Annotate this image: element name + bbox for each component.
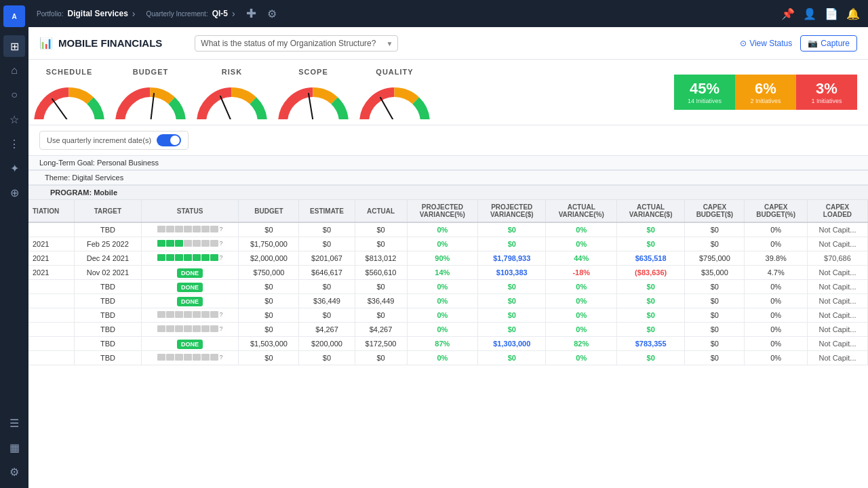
page-title: MOBILE FINANCIALS xyxy=(58,37,162,49)
sidebar-icon-grid[interactable]: ⊞ xyxy=(3,35,25,57)
cell-pv-dollar: $0 xyxy=(478,323,546,337)
add-icon[interactable]: ✚ xyxy=(246,6,256,21)
cell-status: ? xyxy=(141,323,239,337)
sidebar-icon-file[interactable]: ☰ xyxy=(3,412,25,434)
gauge-schedule-visual xyxy=(32,79,106,119)
cell-pv-pct: 87% xyxy=(407,337,478,351)
gauge-quality-label: QUALITY xyxy=(376,68,413,76)
table-row: 2021 Nov 02 2021 DONE $750,000 $646,617 … xyxy=(28,266,868,280)
sidebar-icon-chart[interactable]: ⋮ xyxy=(3,133,25,155)
stat-green-sub: 14 Initiatives xyxy=(688,98,722,104)
sidebar-icon-bar-chart[interactable]: ▦ xyxy=(3,436,25,458)
cell-av-pct: 0% xyxy=(546,280,617,294)
cell-pv-dollar: $0 xyxy=(478,222,546,237)
table-row: TBD ? $0 $0 $0 0% $0 0% $0 $0 0% Not Cap… xyxy=(28,222,868,237)
cell-pv-pct: 0% xyxy=(407,294,478,308)
cell-pv-dollar: $0 xyxy=(478,280,546,294)
cell-estimate: $0 xyxy=(299,351,355,365)
cell-av-dollar: $0 xyxy=(617,351,685,365)
sidebar: A ⊞ ⌂ ○ ☆ ⋮ ✦ ⊕ ☰ ▦ ⚙ xyxy=(0,0,28,488)
cell-budget: $0 xyxy=(239,308,299,323)
col-av-dollar: ACTUALVARIANCE($) xyxy=(617,200,685,222)
sidebar-icon-search[interactable]: ○ xyxy=(3,84,25,106)
cell-pv-pct: 14% xyxy=(407,266,478,280)
cell-cl: Not Capit... xyxy=(807,237,867,251)
table-row: TBD ? $0 $0 $0 0% $0 0% $0 $0 0% Not Cap… xyxy=(28,351,868,365)
cell-tiation: 2021 xyxy=(28,237,75,251)
cell-estimate: $4,267 xyxy=(299,323,355,337)
cell-av-dollar: $0 xyxy=(617,280,685,294)
user-icon[interactable]: 👤 xyxy=(803,7,816,20)
cell-tiation xyxy=(28,308,75,323)
status-bars: ? xyxy=(157,240,223,247)
cell-pv-dollar: $1,798,933 xyxy=(478,251,546,266)
cell-actual: $36,449 xyxy=(355,294,407,308)
cell-status: ? xyxy=(141,308,239,323)
gauge-quality: QUALITY xyxy=(354,68,435,119)
cell-budget: $0 xyxy=(239,294,299,308)
document-icon[interactable]: 📄 xyxy=(825,7,838,20)
top-nav: Portfolio: Digital Services › Quarterly … xyxy=(28,0,868,27)
portfolio-value[interactable]: Digital Services xyxy=(67,9,127,18)
sidebar-icon-home[interactable]: ⌂ xyxy=(3,60,25,81)
cell-av-dollar: $0 xyxy=(617,294,685,308)
pin-icon[interactable]: 📌 xyxy=(781,7,795,20)
cell-cl: Not Capit... xyxy=(807,222,867,237)
cell-pv-pct: 0% xyxy=(407,308,478,323)
cell-av-pct: 0% xyxy=(546,351,617,365)
program-header: PROGRAM: Mobile xyxy=(28,185,868,200)
cell-cb-pct: 0% xyxy=(745,308,808,323)
sidebar-icon-settings[interactable]: ⚙ xyxy=(3,461,25,483)
cell-cb-dollar: $0 xyxy=(685,308,745,323)
cell-estimate: $0 xyxy=(299,280,355,294)
cell-av-dollar: $783,355 xyxy=(617,337,685,351)
view-status-button[interactable]: ⊙ View Status xyxy=(740,39,792,48)
cell-target: TBD xyxy=(75,294,142,308)
stats-row: 45% 14 Initiatives 6% 2 Initiatives 3% 1… xyxy=(674,75,857,110)
gauge-section: SCHEDULE BUDGE xyxy=(28,60,435,125)
sidebar-icon-layers[interactable]: ⊕ xyxy=(3,182,25,203)
stat-green-pct: 45% xyxy=(690,80,719,98)
toggle-switch[interactable] xyxy=(157,134,181,146)
sidebar-icon-users[interactable]: ✦ xyxy=(3,157,25,179)
svg-line-6 xyxy=(309,94,313,119)
quarterly-breadcrumb: Quarterly Increment: QI-5 › xyxy=(146,8,235,19)
cell-actual: $0 xyxy=(355,237,407,251)
stat-box-yellow: 6% 2 Initiatives xyxy=(735,75,796,110)
cell-tiation xyxy=(28,280,75,294)
app-logo[interactable]: A xyxy=(3,5,25,27)
gauge-risk-visual xyxy=(195,79,269,119)
cell-av-pct: 0% xyxy=(546,323,617,337)
col-pv-dollar: PROJECTEDVARIANCE($) xyxy=(478,200,546,222)
capture-button[interactable]: 📷 Capture xyxy=(800,35,857,52)
cell-cb-pct: 0% xyxy=(745,294,808,308)
cell-pv-pct: 90% xyxy=(407,251,478,266)
bell-icon[interactable]: 🔔 xyxy=(846,7,860,20)
cell-budget: $750,000 xyxy=(239,266,299,280)
sidebar-icon-star[interactable]: ☆ xyxy=(3,108,25,130)
cell-cl: Not Capit... xyxy=(807,266,867,280)
settings-icon[interactable]: ⚙ xyxy=(267,7,277,20)
status-bars: ? xyxy=(157,254,223,261)
page-header: 📊 MOBILE FINANCIALS What is the status o… xyxy=(28,27,868,60)
cell-actual: $560,610 xyxy=(355,266,407,280)
cell-av-dollar: $0 xyxy=(617,323,685,337)
cell-actual: $0 xyxy=(355,280,407,294)
cell-budget: $0 xyxy=(239,280,299,294)
cell-cb-pct: 39.8% xyxy=(745,251,808,266)
question-select[interactable]: What is the status of my Organization St… xyxy=(195,35,398,52)
cell-status: DONE xyxy=(141,294,239,308)
quarterly-value[interactable]: QI-5 xyxy=(212,9,228,18)
svg-line-0 xyxy=(52,99,69,119)
cell-cl: $70,686 xyxy=(807,251,867,266)
gauge-quality-visual xyxy=(357,79,432,119)
cell-cl: Not Capit... xyxy=(807,323,867,337)
cell-pv-pct: 0% xyxy=(407,323,478,337)
status-bars: ? xyxy=(157,226,223,232)
cell-av-dollar: $635,518 xyxy=(617,251,685,266)
gauge-budget: BUDGET xyxy=(110,68,191,119)
gauge-schedule-label: SCHEDULE xyxy=(46,68,93,76)
col-estimate: ESTIMATE xyxy=(299,200,355,222)
cell-av-pct: 44% xyxy=(546,251,617,266)
stat-red-pct: 3% xyxy=(816,80,837,98)
